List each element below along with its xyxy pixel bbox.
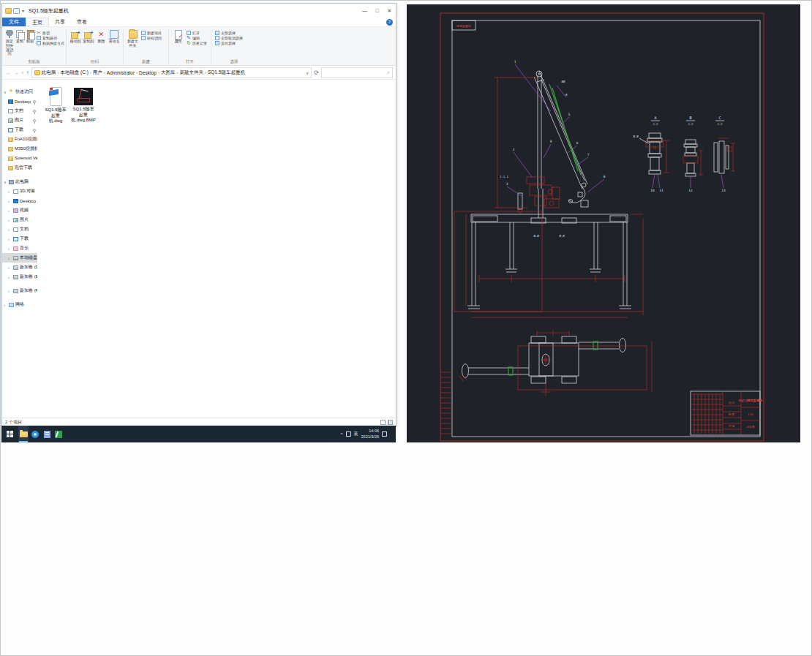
- tab-file[interactable]: 文件: [2, 18, 26, 26]
- drive-icon: [13, 289, 18, 293]
- search-input[interactable]: ⌕: [321, 67, 393, 78]
- sidebar-item-downloads[interactable]: 下载: [2, 125, 37, 135]
- taskbar-app-blue-button[interactable]: [30, 426, 40, 442]
- group-label-clipboard: 剪贴板: [2, 59, 66, 64]
- phi-b-label: Ø.Ø: [559, 234, 565, 238]
- sidebar-item-pc-documents[interactable]: ›文档: [2, 225, 37, 234]
- clock[interactable]: 14:06 2021/3/26: [361, 429, 379, 439]
- pin-quick-access-button[interactable]: 固定到快速访问: [5, 29, 14, 56]
- sidebar-item-pictures[interactable]: 图片: [2, 116, 37, 125]
- title-block-scale: 1:10: [748, 413, 753, 416]
- title-bar[interactable]: ▾ SQ1.5随车起重机 — □ ✕: [2, 4, 396, 18]
- invert-selection-button[interactable]: 反向选择: [215, 41, 243, 45]
- details-view-icon[interactable]: [380, 420, 386, 425]
- sidebar-item-3d-objects[interactable]: ›3D 对象: [2, 186, 37, 196]
- new-folder-button[interactable]: 新建文件夹: [127, 29, 139, 48]
- select-all-button[interactable]: 全部选择: [215, 31, 243, 35]
- tab-view[interactable]: 查看: [71, 18, 93, 26]
- file-item-dwg[interactable]: SQ1.5随车起重 机.dwg: [43, 87, 68, 124]
- crumb-c-drive[interactable]: 本地磁盘 (C:): [60, 69, 89, 76]
- sidebar-item-local-disk-c[interactable]: ›本地磁盘 (C:): [2, 253, 37, 263]
- back-button[interactable]: ←: [5, 69, 11, 76]
- sidebar-item-desktop[interactable]: Desktop: [2, 97, 37, 106]
- sidebar-section-this-pc[interactable]: ∨ 此电脑: [2, 177, 37, 186]
- sidebar-item-folder-solenoid[interactable]: Solenoid Valve阀: [2, 154, 37, 163]
- sidebar-item-folder-fua10[interactable]: FuA10挖掘机资料: [2, 135, 37, 144]
- address-dropdown-icon[interactable]: ∨: [306, 70, 309, 75]
- qat-properties-icon[interactable]: [13, 8, 20, 14]
- sidebar-item-folder-download[interactable]: 迅雷下载: [2, 163, 37, 173]
- recent-dropdown-icon[interactable]: ∨: [21, 70, 24, 75]
- cut-button[interactable]: ✂ 剪切: [37, 31, 64, 35]
- help-icon[interactable]: ?: [386, 19, 393, 26]
- expand-icon[interactable]: ∨: [4, 180, 7, 184]
- ribbon-group-new: 新建文件夹 新建项目 轻松访问 新建: [124, 29, 169, 65]
- file-item-bmp[interactable]: SQ1.5随车起重 机.dwg.BMP: [71, 87, 96, 124]
- paste-button[interactable]: 粘贴: [26, 29, 34, 44]
- crumb-desktop[interactable]: Desktop: [139, 70, 157, 75]
- phi-c-label: Ø.Ø: [633, 135, 639, 138]
- drive-icon: [13, 275, 18, 279]
- notification-icon[interactable]: [382, 431, 387, 437]
- select-all-icon: [215, 31, 219, 35]
- sidebar-item-pc-downloads[interactable]: ›下载: [2, 234, 37, 244]
- ribbon-group-organize: 移动到 复制到 ✕ 删除 重命名 组织: [67, 29, 124, 65]
- start-button[interactable]: [1, 426, 18, 442]
- sidebar-item-volume-d[interactable]: ›新加卷 (D:): [2, 263, 37, 272]
- crumb-new-folder[interactable]: 新建文件夹: [179, 69, 203, 76]
- sidebar-item-pc-pictures[interactable]: ›图片: [2, 215, 37, 225]
- language-indicator[interactable]: 英: [354, 431, 358, 437]
- select-none-button[interactable]: 全部取消选择: [215, 36, 243, 40]
- copy-path-icon: [37, 36, 41, 40]
- up-button[interactable]: ↑: [26, 69, 29, 76]
- copy-to-button[interactable]: 复制到: [83, 29, 94, 44]
- refresh-icon[interactable]: ⟳: [314, 69, 319, 76]
- easy-access-button[interactable]: 轻松访问: [141, 36, 162, 40]
- large-icons-view-icon[interactable]: [388, 420, 393, 425]
- tray-app-icon[interactable]: [346, 431, 351, 437]
- crumb-current-folder[interactable]: SQ1.5随车起重机: [208, 69, 245, 76]
- svg-text:B: B: [689, 116, 691, 120]
- history-button[interactable]: ↻ 历史记录: [187, 41, 207, 45]
- taskbar-app-green-button[interactable]: [53, 426, 64, 442]
- forward-button[interactable]: →: [13, 69, 19, 76]
- file-list[interactable]: SQ1.5随车起重 机.dwg SQ1.5随车起重 机.dwg.BMP: [37, 80, 396, 418]
- qat-dropdown-icon[interactable]: ▾: [22, 8, 24, 13]
- expand-icon[interactable]: ∨: [4, 90, 7, 94]
- properties-button[interactable]: 属性: [172, 29, 184, 44]
- tab-home[interactable]: 主页: [26, 18, 49, 26]
- taskbar-explorer-button[interactable]: [18, 426, 29, 442]
- sidebar-item-music[interactable]: ›音乐: [2, 244, 37, 253]
- breadcrumb[interactable]: 此电脑 › 本地磁盘 (C:) › 用户 › Administrator › D…: [31, 67, 312, 78]
- sidebar-item-volume-f[interactable]: ›新加卷 (F:): [2, 286, 37, 295]
- sidebar-item-folder-m350[interactable]: M350挖掘机资料: [2, 144, 37, 154]
- svg-text:C: C: [718, 116, 721, 120]
- sidebar-item-videos[interactable]: ›视频: [2, 206, 37, 215]
- sidebar-item-pc-desktop[interactable]: ›Desktop: [2, 196, 37, 206]
- taskbar-app-doc-button[interactable]: [42, 426, 52, 442]
- crumb-this-pc[interactable]: 此电脑: [42, 69, 56, 76]
- crumb-users[interactable]: 用户: [93, 69, 102, 76]
- delete-button[interactable]: ✕ 删除: [96, 29, 108, 44]
- sidebar-section-quick-access[interactable]: ∨ 快速访问: [2, 87, 37, 97]
- sidebar-section-network[interactable]: › 网络: [2, 300, 37, 309]
- close-button[interactable]: ✕: [383, 4, 396, 18]
- svg-text:12: 12: [688, 189, 693, 192]
- maximize-button[interactable]: □: [371, 4, 383, 18]
- quick-access-toolbar[interactable]: ▾: [5, 8, 24, 14]
- tray-chevron-icon[interactable]: ^: [341, 432, 343, 437]
- crumb-administrator[interactable]: Administrator: [107, 70, 135, 75]
- copy-button[interactable]: 复制: [15, 29, 24, 44]
- paste-shortcut-button[interactable]: 粘贴快捷方式: [37, 41, 64, 45]
- sidebar-item-volume-e[interactable]: ›新加卷 (E:): [2, 272, 37, 282]
- rename-button[interactable]: 重命名: [108, 29, 120, 44]
- crumb-library[interactable]: 大图库: [161, 69, 176, 76]
- move-to-button[interactable]: 移动到: [69, 29, 81, 44]
- new-item-button[interactable]: 新建项目: [141, 31, 162, 35]
- title-block: 设 计 制 图 审 核 SQ1.5随车起重机 1:10 总装图: [691, 391, 763, 435]
- copy-path-button[interactable]: 复制路径: [37, 36, 64, 40]
- minimize-button[interactable]: —: [358, 4, 371, 18]
- tab-share[interactable]: 共享: [49, 18, 71, 26]
- svg-text:4: 4: [565, 93, 568, 97]
- sidebar-item-documents[interactable]: 文档: [2, 106, 37, 116]
